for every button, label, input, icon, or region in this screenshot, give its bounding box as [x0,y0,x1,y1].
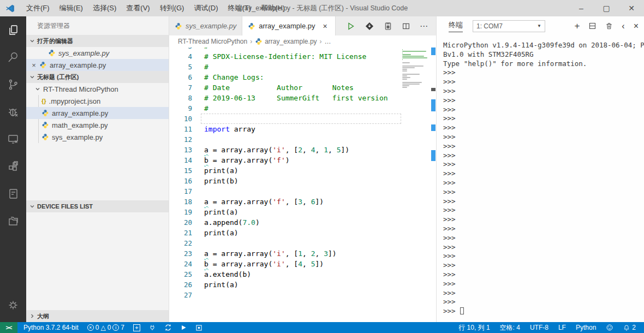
line-number[interactable]: 27 [169,290,192,300]
minimize-button[interactable]: – [569,0,594,16]
line-number[interactable]: 17 [169,186,192,197]
menu-item[interactable]: 文件(F) [21,0,55,16]
code-line-22[interactable]: 22 [169,238,402,248]
tree-file-item[interactable]: array_example.py [26,107,169,119]
line-number[interactable]: 19 [169,207,192,217]
menu-item[interactable]: 编辑(E) [55,0,88,16]
more-actions-icon[interactable]: ⋯ [420,21,428,31]
tree-file-item[interactable]: {}.mpyproject.json [26,95,169,107]
menu-item[interactable]: 查看(V) [121,0,154,16]
line-number[interactable]: 23 [169,248,192,259]
device-monitor-icon[interactable] [0,126,26,153]
tree-folder-rtthread[interactable]: RT-Thread MicroPython [26,83,169,95]
code-line-14[interactable]: 14b = array.array('f') [169,155,402,165]
tab-sys-example[interactable]: sys_example.py [169,16,242,35]
code-line-3[interactable]: 3# [169,47,402,51]
line-number[interactable]: 4 [169,51,192,62]
notebook-icon[interactable] [0,180,26,207]
source-control-icon[interactable] [0,71,26,98]
code-line-19[interactable]: 19print(a) [169,207,402,217]
breadcrumb-file[interactable]: array_example.py [265,38,317,45]
code-line-20[interactable]: 20a.append(7.0) [169,217,402,228]
notifications-bell[interactable]: 2 [621,322,639,333]
line-number[interactable]: 14 [169,155,192,165]
breadcrumb-folder[interactable]: RT-Thread MicroPython [178,38,247,45]
rtthread-download-icon[interactable] [365,21,374,31]
close-panel-icon[interactable]: × [634,21,639,31]
line-number[interactable]: 22 [169,238,192,248]
split-terminal-icon[interactable] [588,22,597,30]
code-line-7[interactable]: 7# Date Author Notes [169,82,402,93]
tree-file-item[interactable]: sys_example.py [26,131,169,143]
code-line-21[interactable]: 21print(a) [169,228,402,238]
open-editor-array-example[interactable]: × array_example.py [26,59,169,71]
code-line-18[interactable]: 18a = array.array('f', [3, 6]) [169,197,402,207]
indentation[interactable]: 空格: 4 [497,322,523,333]
connect-device-plug-icon[interactable] [146,322,158,333]
outline-header[interactable]: 大纲 [26,310,169,322]
tree-file-item[interactable]: math_example.py [26,119,169,131]
code-line-24[interactable]: 24b = array.array('i', [4, 5]) [169,259,402,269]
line-number[interactable]: 16 [169,176,192,186]
code-line-11[interactable]: 11import array [169,124,402,134]
code-line-6[interactable]: 6# Change Logs: [169,72,402,82]
language-mode[interactable]: Python [573,322,599,333]
collapse-panel-icon[interactable]: ‹ [622,21,624,31]
close-icon[interactable]: × [321,22,330,31]
line-number[interactable]: 15 [169,165,192,176]
menu-item[interactable]: 帮助(H) [256,0,290,16]
eol-sequence[interactable]: LF [556,322,569,333]
line-number[interactable]: 26 [169,280,192,290]
code-line-10[interactable]: 10 [169,114,402,124]
maximize-button[interactable]: ▢ [594,0,619,16]
cursor-position[interactable]: 行 10, 列 1 [456,322,492,333]
line-number[interactable]: 10 [169,114,192,124]
code-line-9[interactable]: 9# [169,103,402,114]
terminal-selector[interactable]: 1: COM7 ▼ [473,20,545,32]
workspace-header[interactable]: 无标题 (工作区) [26,71,169,83]
code-line-15[interactable]: 15print(a) [169,165,402,176]
split-editor-icon[interactable] [402,22,410,31]
sync-icon[interactable] [162,322,175,333]
open-editor-sys-example[interactable]: sys_example.py [26,47,169,59]
overview-ruler[interactable] [431,47,436,322]
python-interpreter[interactable]: Python 3.7.2 64-bit [21,322,81,333]
line-number[interactable]: 18 [169,197,192,207]
settings-gear-icon[interactable] [0,292,26,319]
new-terminal-icon[interactable]: + [574,21,580,32]
encoding[interactable]: UTF-8 [527,322,551,333]
feedback-smiley-icon[interactable] [603,322,616,333]
stop-icon[interactable] [193,322,205,333]
line-number[interactable]: 12 [169,134,192,145]
menu-item[interactable]: 选择(S) [88,0,121,16]
problems-indicator[interactable]: ×0 △0 i7 [85,322,127,333]
minimap[interactable] [402,49,431,90]
code-line-12[interactable]: 12 [169,134,402,145]
search-icon[interactable] [0,44,26,71]
code-line-16[interactable]: 16print(b) [169,176,402,186]
explorer-icon[interactable] [0,16,26,44]
code-line-26[interactable]: 26print(a) [169,280,402,290]
code-line-4[interactable]: 4# SPDX-License-Identifier: MIT License [169,51,402,62]
terminal-output[interactable]: MicroPython v1.9.4-114-g309fe39d on 2018… [437,35,644,322]
run-device-play-icon[interactable] [178,322,189,333]
line-number[interactable]: 25 [169,269,192,280]
code-line-5[interactable]: 5# [169,62,402,72]
line-number[interactable]: 20 [169,217,192,228]
memory-chip-icon[interactable] [384,22,392,31]
menu-item[interactable]: 终端(T) [223,0,256,16]
device-files-header[interactable]: DEVICE FILES LIST [26,200,169,212]
line-number[interactable]: 24 [169,259,192,269]
menu-item[interactable]: 转到(G) [155,0,189,16]
line-number[interactable]: 6 [169,72,192,82]
open-editors-header[interactable]: 打开的编辑器 [26,35,169,47]
tab-terminal[interactable]: 终端 [449,20,463,32]
breadcrumb-symbol[interactable]: … [325,38,331,45]
code-editor[interactable]: 3#4# SPDX-License-Identifier: MIT Licens… [169,47,436,322]
code-line-8[interactable]: 8# 2019-06-13 SummerGift first version [169,93,402,103]
code-line-23[interactable]: 23a = array.array('i', [1, 2, 3]) [169,248,402,259]
line-number[interactable]: 8 [169,93,192,103]
line-number[interactable]: 3 [169,47,192,51]
menu-item[interactable]: 调试(D) [189,0,223,16]
tab-array-example[interactable]: array_example.py × [242,16,335,35]
